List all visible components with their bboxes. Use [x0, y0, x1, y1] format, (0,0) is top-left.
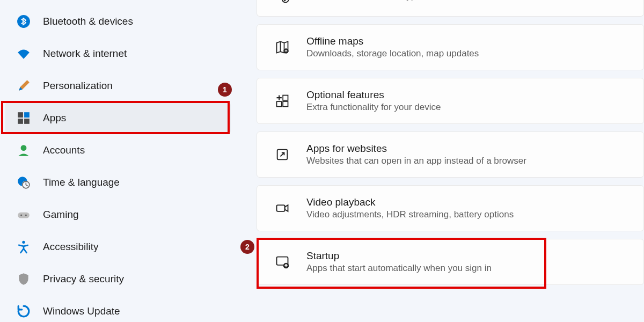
card-desc: Websites that can open in an app instead… — [306, 156, 627, 166]
annotation-badge-2: 2 — [240, 240, 254, 254]
svg-point-11 — [25, 214, 27, 216]
svg-rect-3 — [18, 119, 23, 124]
sidebar-item-windows-update[interactable]: Windows Update — [5, 295, 231, 322]
sidebar-item-label: Network & internet — [43, 48, 127, 60]
sidebar-item-label: Apps — [43, 112, 66, 124]
main-panel: Defaults for file and link types, other … — [231, 0, 644, 322]
sidebar-item-gaming[interactable]: Gaming — [5, 199, 231, 231]
sidebar: Bluetooth & devices Network & internet P… — [0, 0, 231, 322]
card-desc: Defaults for file and link types, other … — [306, 0, 627, 2]
sidebar-item-apps[interactable]: Apps — [5, 102, 231, 134]
sidebar-item-privacy[interactable]: Privacy & security — [5, 263, 231, 295]
svg-point-10 — [20, 214, 22, 216]
update-icon — [16, 304, 31, 319]
svg-rect-17 — [283, 101, 288, 106]
card-title: Offline maps — [306, 35, 627, 47]
sidebar-item-time-language[interactable]: Time & language — [5, 166, 231, 199]
card-video-playback[interactable]: Video playback Video adjustments, HDR st… — [257, 185, 644, 231]
card-default-apps[interactable]: Defaults for file and link types, other … — [257, 0, 644, 17]
card-title: Apps for websites — [306, 143, 627, 155]
add-feature-icon — [273, 92, 291, 110]
sidebar-item-network[interactable]: Network & internet — [5, 38, 231, 70]
sidebar-item-label: Privacy & security — [43, 273, 124, 285]
card-desc: Downloads, storage location, map updates — [306, 48, 627, 59]
shield-icon — [16, 272, 31, 287]
sidebar-item-label: Bluetooth & devices — [43, 16, 133, 27]
sidebar-item-personalization[interactable]: Personalization — [5, 70, 231, 102]
globe-clock-icon — [16, 175, 31, 190]
svg-rect-9 — [18, 213, 30, 218]
svg-rect-4 — [24, 119, 30, 124]
card-desc: Extra functionality for your device — [306, 102, 627, 113]
card-title: Video playback — [306, 196, 627, 208]
card-offline-maps[interactable]: Offline maps Downloads, storage location… — [257, 24, 644, 70]
bluetooth-icon — [16, 14, 31, 29]
annotation-badge-1: 1 — [218, 83, 232, 97]
svg-rect-2 — [24, 112, 30, 118]
gamepad-icon — [16, 207, 31, 222]
person-icon — [16, 143, 31, 158]
apps-icon — [16, 111, 31, 126]
sidebar-item-label: Windows Update — [43, 305, 120, 317]
card-startup[interactable]: Startup Apps that start automatically wh… — [257, 239, 644, 285]
startup-icon — [273, 253, 291, 271]
card-apps-for-websites[interactable]: Apps for websites Websites that can open… — [257, 131, 644, 178]
svg-point-12 — [22, 241, 25, 244]
svg-point-5 — [21, 145, 27, 151]
sidebar-item-bluetooth[interactable]: Bluetooth & devices — [5, 5, 231, 38]
sidebar-item-label: Time & language — [43, 177, 120, 188]
map-icon — [273, 38, 291, 56]
default-apps-icon — [273, 0, 291, 5]
paintbrush-icon — [16, 78, 31, 93]
sidebar-item-label: Gaming — [43, 209, 79, 221]
wifi-icon — [16, 46, 31, 61]
sidebar-item-label: Personalization — [43, 80, 113, 92]
card-desc: Video adjustments, HDR streaming, batter… — [306, 209, 627, 220]
card-desc: Apps that start automatically when you s… — [306, 263, 627, 274]
sidebar-item-label: Accounts — [43, 144, 85, 156]
card-title: Startup — [306, 250, 627, 262]
card-title: Optional features — [306, 89, 627, 101]
accessibility-icon — [16, 239, 31, 254]
svg-rect-18 — [283, 96, 288, 100]
video-icon — [273, 199, 291, 217]
sidebar-item-label: Accessibility — [43, 241, 98, 253]
svg-rect-20 — [277, 205, 285, 211]
svg-rect-16 — [277, 101, 282, 106]
sidebar-item-accessibility[interactable]: Accessibility — [5, 231, 231, 263]
open-in-app-icon — [273, 145, 291, 164]
sidebar-item-accounts[interactable]: Accounts — [5, 134, 231, 166]
svg-rect-1 — [18, 112, 23, 118]
card-optional-features[interactable]: Optional features Extra functionality fo… — [257, 78, 644, 124]
